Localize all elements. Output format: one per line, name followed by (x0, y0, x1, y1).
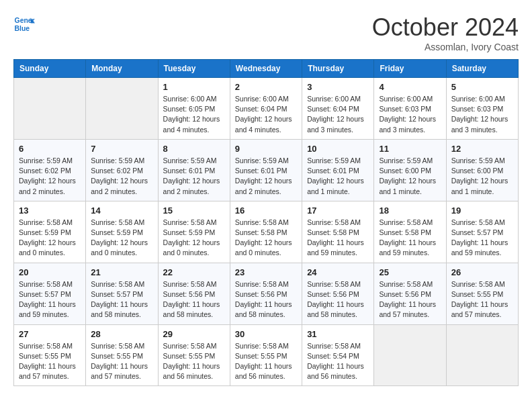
day-number: 14 (91, 205, 152, 216)
logo-icon: General Blue (13, 13, 35, 35)
day-number: 21 (91, 267, 152, 277)
day-info: Sunrise: 5:58 AMSunset: 5:58 PMDaylight:… (307, 218, 369, 259)
day-number: 12 (451, 144, 513, 154)
calendar-cell: 5Sunrise: 6:00 AMSunset: 6:03 PMDaylight… (446, 78, 518, 140)
calendar-cell: 15Sunrise: 5:58 AMSunset: 5:59 PMDayligh… (158, 201, 230, 263)
weekday-header: Tuesday (158, 60, 230, 78)
day-info: Sunrise: 5:58 AMSunset: 5:58 PMDaylight:… (235, 218, 297, 259)
day-info: Sunrise: 5:58 AMSunset: 5:56 PMDaylight:… (235, 279, 297, 320)
day-number: 27 (19, 329, 81, 339)
day-number: 24 (307, 267, 369, 277)
calendar-week-row: 13Sunrise: 5:58 AMSunset: 5:59 PMDayligh… (14, 201, 519, 263)
day-number: 4 (379, 82, 441, 92)
calendar-cell: 23Sunrise: 5:58 AMSunset: 5:56 PMDayligh… (230, 263, 302, 324)
day-info: Sunrise: 6:00 AMSunset: 6:03 PMDaylight:… (379, 94, 441, 135)
calendar-cell: 18Sunrise: 5:58 AMSunset: 5:58 PMDayligh… (374, 201, 446, 263)
day-info: Sunrise: 6:00 AMSunset: 6:03 PMDaylight:… (451, 94, 513, 135)
day-info: Sunrise: 5:58 AMSunset: 5:55 PMDaylight:… (163, 341, 225, 382)
day-number: 13 (19, 205, 81, 216)
day-info: Sunrise: 5:59 AMSunset: 6:01 PMDaylight:… (163, 156, 225, 197)
calendar-cell (446, 324, 518, 386)
day-number: 15 (163, 205, 225, 216)
day-number: 8 (163, 144, 225, 154)
calendar-cell: 27Sunrise: 5:58 AMSunset: 5:55 PMDayligh… (14, 324, 86, 386)
day-info: Sunrise: 5:59 AMSunset: 6:01 PMDaylight:… (235, 156, 297, 197)
logo: General Blue (13, 13, 35, 35)
day-info: Sunrise: 5:58 AMSunset: 5:55 PMDaylight:… (91, 341, 152, 382)
day-number: 26 (451, 267, 513, 277)
calendar-week-row: 6Sunrise: 5:59 AMSunset: 6:02 PMDaylight… (14, 139, 519, 201)
calendar-cell: 24Sunrise: 5:58 AMSunset: 5:56 PMDayligh… (302, 263, 374, 324)
calendar-cell: 29Sunrise: 5:58 AMSunset: 5:55 PMDayligh… (158, 324, 230, 386)
day-info: Sunrise: 5:58 AMSunset: 5:59 PMDaylight:… (163, 218, 225, 259)
calendar-table: SundayMondayTuesdayWednesdayThursdayFrid… (13, 59, 519, 386)
day-info: Sunrise: 5:59 AMSunset: 6:00 PMDaylight:… (451, 156, 513, 197)
day-info: Sunrise: 5:58 AMSunset: 5:55 PMDaylight:… (19, 341, 81, 382)
calendar-cell: 2Sunrise: 6:00 AMSunset: 6:04 PMDaylight… (230, 78, 302, 140)
day-info: Sunrise: 5:58 AMSunset: 5:55 PMDaylight:… (451, 279, 513, 320)
day-number: 16 (235, 205, 297, 216)
calendar-cell: 11Sunrise: 5:59 AMSunset: 6:00 PMDayligh… (374, 139, 446, 201)
day-number: 7 (91, 144, 152, 154)
day-number: 31 (307, 329, 369, 339)
day-info: Sunrise: 5:58 AMSunset: 5:56 PMDaylight:… (307, 279, 369, 320)
day-info: Sunrise: 5:58 AMSunset: 5:57 PMDaylight:… (451, 218, 513, 259)
day-info: Sunrise: 6:00 AMSunset: 6:04 PMDaylight:… (307, 94, 369, 135)
calendar-cell: 22Sunrise: 5:58 AMSunset: 5:56 PMDayligh… (158, 263, 230, 324)
calendar-cell: 3Sunrise: 6:00 AMSunset: 6:04 PMDaylight… (302, 78, 374, 140)
weekday-header: Friday (374, 60, 446, 78)
calendar-cell: 12Sunrise: 5:59 AMSunset: 6:00 PMDayligh… (446, 139, 518, 201)
day-info: Sunrise: 5:59 AMSunset: 6:02 PMDaylight:… (91, 156, 152, 197)
calendar-week-row: 1Sunrise: 6:00 AMSunset: 6:05 PMDaylight… (14, 78, 519, 140)
calendar-week-row: 20Sunrise: 5:58 AMSunset: 5:57 PMDayligh… (14, 263, 519, 324)
calendar-cell: 8Sunrise: 5:59 AMSunset: 6:01 PMDaylight… (158, 139, 230, 201)
day-info: Sunrise: 5:58 AMSunset: 5:59 PMDaylight:… (19, 218, 81, 259)
weekday-header-row: SundayMondayTuesdayWednesdayThursdayFrid… (14, 60, 519, 78)
weekday-header: Saturday (446, 60, 518, 78)
day-info: Sunrise: 5:58 AMSunset: 5:59 PMDaylight:… (91, 218, 152, 259)
weekday-header: Wednesday (230, 60, 302, 78)
calendar-cell: 16Sunrise: 5:58 AMSunset: 5:58 PMDayligh… (230, 201, 302, 263)
day-number: 9 (235, 144, 297, 154)
calendar-cell: 21Sunrise: 5:58 AMSunset: 5:57 PMDayligh… (86, 263, 158, 324)
calendar-cell: 10Sunrise: 5:59 AMSunset: 6:01 PMDayligh… (302, 139, 374, 201)
day-info: Sunrise: 5:58 AMSunset: 5:57 PMDaylight:… (91, 279, 152, 320)
day-number: 25 (379, 267, 441, 277)
weekday-header: Sunday (14, 60, 86, 78)
calendar-cell: 4Sunrise: 6:00 AMSunset: 6:03 PMDaylight… (374, 78, 446, 140)
calendar-cell: 9Sunrise: 5:59 AMSunset: 6:01 PMDaylight… (230, 139, 302, 201)
title-block: October 2024 Assomlan, Ivory Coast (372, 13, 519, 52)
day-number: 10 (307, 144, 369, 154)
weekday-header: Monday (86, 60, 158, 78)
day-info: Sunrise: 5:58 AMSunset: 5:56 PMDaylight:… (163, 279, 225, 320)
calendar-cell: 6Sunrise: 5:59 AMSunset: 6:02 PMDaylight… (14, 139, 86, 201)
month-title: October 2024 (372, 13, 519, 42)
calendar-cell: 28Sunrise: 5:58 AMSunset: 5:55 PMDayligh… (86, 324, 158, 386)
day-number: 28 (91, 329, 152, 339)
svg-text:Blue: Blue (15, 25, 30, 32)
day-number: 6 (19, 144, 81, 154)
calendar-cell (14, 78, 86, 140)
day-number: 2 (235, 82, 297, 92)
day-number: 1 (163, 82, 225, 92)
day-number: 30 (235, 329, 297, 339)
calendar-cell: 17Sunrise: 5:58 AMSunset: 5:58 PMDayligh… (302, 201, 374, 263)
calendar-cell: 20Sunrise: 5:58 AMSunset: 5:57 PMDayligh… (14, 263, 86, 324)
calendar-cell: 1Sunrise: 6:00 AMSunset: 6:05 PMDaylight… (158, 78, 230, 140)
day-info: Sunrise: 5:59 AMSunset: 6:00 PMDaylight:… (379, 156, 441, 197)
calendar-week-row: 27Sunrise: 5:58 AMSunset: 5:55 PMDayligh… (14, 324, 519, 386)
day-info: Sunrise: 5:58 AMSunset: 5:56 PMDaylight:… (379, 279, 441, 320)
day-number: 3 (307, 82, 369, 92)
day-info: Sunrise: 6:00 AMSunset: 6:04 PMDaylight:… (235, 94, 297, 135)
calendar-cell: 26Sunrise: 5:58 AMSunset: 5:55 PMDayligh… (446, 263, 518, 324)
day-number: 5 (451, 82, 513, 92)
day-number: 11 (379, 144, 441, 154)
weekday-header: Thursday (302, 60, 374, 78)
day-info: Sunrise: 5:58 AMSunset: 5:57 PMDaylight:… (19, 279, 81, 320)
day-info: Sunrise: 5:59 AMSunset: 6:02 PMDaylight:… (19, 156, 81, 197)
day-number: 19 (451, 205, 513, 216)
day-info: Sunrise: 5:58 AMSunset: 5:54 PMDaylight:… (307, 341, 369, 382)
location-title: Assomlan, Ivory Coast (372, 42, 519, 52)
calendar-cell: 19Sunrise: 5:58 AMSunset: 5:57 PMDayligh… (446, 201, 518, 263)
calendar-cell: 13Sunrise: 5:58 AMSunset: 5:59 PMDayligh… (14, 201, 86, 263)
